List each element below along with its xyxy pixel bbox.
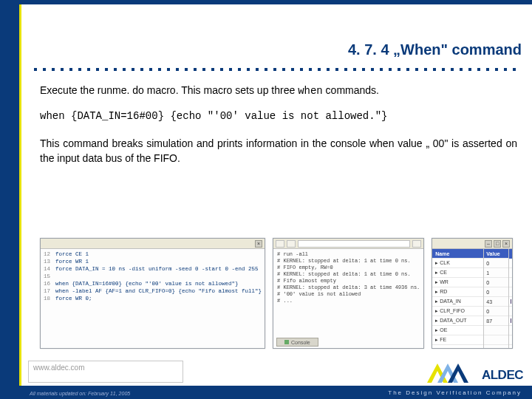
minimize-icon[interactable]: – <box>485 240 492 248</box>
editor-titlebar: × <box>41 239 265 249</box>
toolbar-button[interactable] <box>287 240 296 248</box>
console-body: # run -all# KERNEL: stopped at delta: 1 … <box>273 249 423 348</box>
brand-logo: ALDEC <box>427 364 523 383</box>
left-stripe <box>0 0 19 399</box>
waveform-window: – □ × Name▸ CLK▸ CE▸ WR▸ RD▸ DATA_IN▸ CL… <box>432 238 513 349</box>
tab-icon <box>284 340 289 344</box>
url-box: www.aldec.com <box>28 361 183 383</box>
screenshot-row: × 12force CE 113force WR 114force DATA_I… <box>40 238 513 349</box>
waveform-column <box>509 249 512 348</box>
left-accent <box>19 0 21 399</box>
body-text: Execute the runme. do macro. This macro … <box>40 83 517 176</box>
footer-tagline: The Design Verification Company <box>388 389 522 396</box>
console-window: # run -all# KERNEL: stopped at delta: 1 … <box>273 238 424 349</box>
toolbar-button[interactable] <box>276 240 284 248</box>
logo-text: ALDEC <box>482 368 523 383</box>
waveform-titlebar: – □ × <box>432 239 512 249</box>
slide: 4. 7. 4 „When" command Execute the runme… <box>0 0 532 399</box>
maximize-icon[interactable]: □ <box>494 240 501 248</box>
editor-window: × 12force CE 113force WR 114force DATA_I… <box>40 238 265 349</box>
footer-url: www.aldec.com <box>33 364 84 372</box>
editor-body: 12force CE 113force WR 114force DATA_IN … <box>41 249 265 348</box>
signal-value-column: Value010043087 <box>484 249 509 348</box>
signal-name-column: Name▸ CLK▸ CE▸ WR▸ RD▸ DATA_IN▸ CLR_FIFO… <box>432 249 484 348</box>
code-example: when {DATA_IN=16#00} {echo "'00' value i… <box>40 109 517 123</box>
slide-title: 4. 7. 4 „When" command <box>275 41 522 58</box>
top-stripe <box>0 0 532 4</box>
divider-dots <box>33 66 522 75</box>
toolbar-field[interactable] <box>298 240 410 248</box>
paragraph-2: This command breaks simulation and print… <box>40 136 517 166</box>
logo-mark-icon <box>427 364 479 383</box>
close-icon[interactable]: × <box>502 240 510 248</box>
toolbar-button[interactable] <box>412 240 421 248</box>
waveform-body: Name▸ CLK▸ CE▸ WR▸ RD▸ DATA_IN▸ CLR_FIFO… <box>432 249 512 348</box>
paragraph-1: Execute the runme. do macro. This macro … <box>40 83 517 98</box>
console-tab[interactable]: Console <box>276 338 318 347</box>
close-icon[interactable]: × <box>255 240 262 248</box>
footer-note: All materials updated on: February 11, 2… <box>30 391 130 396</box>
console-toolbar <box>273 239 423 249</box>
